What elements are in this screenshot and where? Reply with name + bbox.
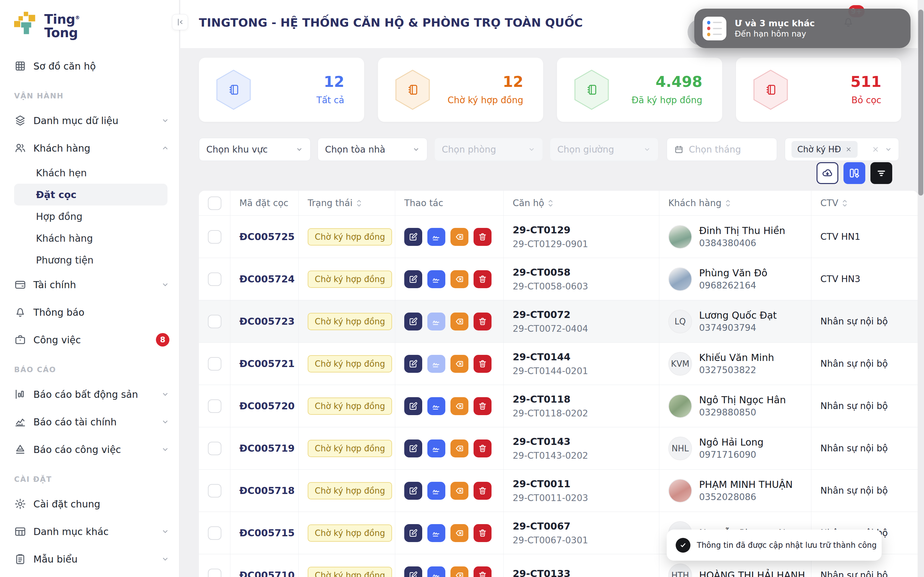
sign-button[interactable] (427, 440, 445, 458)
sign-button[interactable] (427, 524, 445, 542)
row-checkbox[interactable] (208, 272, 221, 286)
sort-icon[interactable] (548, 199, 553, 207)
delete-button[interactable] (473, 566, 491, 577)
success-toast[interactable]: Thông tin đã được cập nhật lưu trữ thành… (667, 530, 882, 561)
select-toa-nha[interactable]: Chọn tòa nhà (318, 138, 427, 161)
status-multiselect[interactable]: Chờ ký HĐ (785, 138, 899, 161)
delete-button[interactable] (473, 355, 491, 373)
edit-button[interactable] (404, 440, 422, 458)
col-header-khach-hang[interactable]: Khách hàng (659, 191, 811, 215)
sidebar-subitem-phuong-tien[interactable]: Phương tiện (14, 249, 170, 271)
edit-button[interactable] (404, 524, 422, 542)
stat-card-bo-coc[interactable]: 511 Bỏ cọc (736, 58, 901, 122)
row-checkbox[interactable] (208, 357, 221, 371)
delete-button[interactable] (473, 482, 491, 500)
sidebar-collapse-button[interactable] (172, 14, 188, 30)
sign-button[interactable] (427, 482, 445, 500)
sidebar-subitem-khach-hen[interactable]: Khách hẹn (14, 162, 170, 184)
remove-chip-icon[interactable] (845, 146, 852, 153)
sidebar-item-mau-bieu[interactable]: Mẫu biểu (14, 545, 170, 573)
sidebar-item-tai-chinh[interactable]: Tài chính (14, 271, 170, 298)
col-header-can-ho[interactable]: Căn hộ (504, 191, 659, 215)
sidebar-item-bao-cao-bds[interactable]: Báo cáo bất động sản (14, 380, 170, 408)
select-khu-vuc[interactable]: Chọn khu vực (199, 138, 310, 161)
stat-card-tat-ca[interactable]: 12 Tất cả (199, 58, 364, 122)
deposit-code-link[interactable]: ĐC005723 (239, 316, 294, 327)
backspace-button[interactable] (451, 524, 468, 542)
backspace-button[interactable] (451, 313, 468, 330)
sidebar-item-bao-cao-tai-chinh[interactable]: Báo cáo tài chính (14, 408, 170, 436)
edit-button[interactable] (404, 482, 422, 500)
column-settings-button[interactable] (843, 162, 865, 184)
sort-icon[interactable] (842, 199, 847, 207)
sidebar-item-bao-cao-cong-viec[interactable]: Báo cáo công việc (14, 436, 170, 463)
row-checkbox[interactable] (208, 569, 221, 577)
backspace-button[interactable] (451, 566, 468, 577)
deposit-code-link[interactable]: ĐC005720 (239, 400, 294, 412)
deposit-code-link[interactable]: ĐC005715 (239, 527, 294, 538)
sign-button[interactable] (427, 355, 445, 373)
deposit-code-link[interactable]: ĐC005725 (239, 231, 294, 242)
sign-button[interactable] (427, 397, 445, 415)
deposit-code-link[interactable]: ĐC005724 (239, 274, 294, 285)
deposit-code-link[interactable]: ĐC005710 (239, 570, 294, 577)
delete-button[interactable] (473, 440, 491, 458)
sign-button[interactable] (427, 270, 445, 288)
row-checkbox[interactable] (208, 400, 221, 413)
page-scrollbar[interactable] (918, 0, 924, 577)
edit-button[interactable] (404, 313, 422, 330)
deposit-code-link[interactable]: ĐC005721 (239, 358, 294, 369)
col-header-trang-thai[interactable]: Trạng thái (299, 191, 395, 215)
status-filter-chip[interactable]: Chờ ký HĐ (792, 141, 858, 158)
stat-card-cho-ky-hop-dong[interactable]: 12 Chờ ký hợp đồng (378, 58, 543, 122)
sidebar-item-so-do-can-ho[interactable]: Sơ đồ căn hộ (14, 52, 170, 80)
edit-button[interactable] (404, 270, 422, 288)
delete-button[interactable] (473, 313, 491, 330)
filter-button[interactable] (871, 162, 892, 184)
edit-button[interactable] (404, 397, 422, 415)
backspace-button[interactable] (451, 482, 468, 500)
sidebar-item-danh-muc-du-lieu[interactable]: Danh mục dữ liệu (14, 107, 170, 134)
backspace-button[interactable] (451, 270, 468, 288)
delete-button[interactable] (473, 397, 491, 415)
col-header-ctv[interactable]: CTV (811, 191, 918, 215)
edit-button[interactable] (404, 566, 422, 577)
sort-icon[interactable] (725, 199, 730, 207)
delete-button[interactable] (473, 228, 491, 246)
row-checkbox[interactable] (208, 526, 221, 540)
sidebar-item-cai-dat-chung[interactable]: Cài đặt chung (14, 490, 170, 518)
delete-button[interactable] (473, 524, 491, 542)
backspace-button[interactable] (451, 397, 468, 415)
delete-button[interactable] (473, 270, 491, 288)
sidebar-subitem-hop-dong[interactable]: Hợp đồng (14, 205, 170, 227)
backspace-button[interactable] (451, 440, 468, 458)
sidebar-subitem-dat-coc[interactable]: Đặt cọc (14, 184, 168, 205)
select-all-checkbox[interactable] (208, 197, 221, 210)
sidebar-item-thong-bao[interactable]: Thông báo (14, 298, 170, 326)
sort-icon[interactable] (357, 199, 362, 207)
sidebar-item-danh-muc-khac[interactable]: Danh mục khác (14, 518, 170, 545)
scrollbar-thumb[interactable] (918, 10, 923, 195)
col-header-ma-dat-coc[interactable]: Mã đặt cọc (230, 191, 299, 215)
sign-button[interactable] (427, 313, 445, 330)
sidebar-item-khach-hang[interactable]: Khách hàng (14, 134, 170, 162)
clear-select-icon[interactable] (872, 145, 879, 153)
month-picker[interactable]: Chọn tháng (667, 138, 777, 161)
row-checkbox[interactable] (208, 230, 221, 243)
backspace-button[interactable] (451, 228, 468, 246)
backspace-button[interactable] (451, 355, 468, 373)
sidebar-subitem-khach-hang[interactable]: Khách hàng (14, 227, 170, 249)
sidebar-item-cong-viec[interactable]: Công việc 8 (14, 326, 170, 354)
system-notification[interactable]: Ư và 3 mục khác Đến hạn hôm nay (694, 9, 911, 48)
deposit-code-link[interactable]: ĐC005719 (239, 443, 294, 454)
row-checkbox[interactable] (208, 442, 221, 455)
deposit-code-link[interactable]: ĐC005718 (239, 485, 294, 496)
sign-button[interactable] (427, 228, 445, 246)
row-checkbox[interactable] (208, 484, 221, 498)
sign-button[interactable] (427, 566, 445, 577)
edit-button[interactable] (404, 228, 422, 246)
stat-card-da-ky-hop-dong[interactable]: 4.498 Đã ký hợp đồng (557, 58, 722, 122)
export-button[interactable] (817, 162, 838, 184)
row-checkbox[interactable] (208, 315, 221, 328)
edit-button[interactable] (404, 355, 422, 373)
